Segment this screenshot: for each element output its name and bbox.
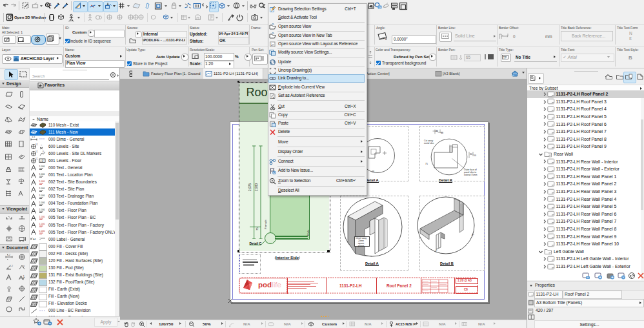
- svg-text:1: 1: [50, 3, 52, 6]
- svg-text:A: A: [273, 96, 275, 99]
- svg-text:1.000: 1.000: [39, 194, 45, 196]
- svg-text:50: 50: [474, 154, 476, 157]
- svg-text:1.000: 1.000: [39, 223, 45, 225]
- svg-text::: :: [532, 311, 533, 314]
- svg-text:1.2: 1.2: [7, 254, 10, 256]
- svg-text:+0: +0: [40, 159, 44, 163]
- svg-text:0: 0: [43, 150, 44, 153]
- svg-text:1.000: 1.000: [39, 165, 45, 168]
- svg-text:1.2: 1.2: [35, 150, 38, 153]
- svg-text:○: ○: [41, 143, 43, 147]
- svg-text:1.2: 1.2: [35, 143, 38, 146]
- svg-text:30: 30: [470, 153, 472, 156]
- svg-text:1.000: 1.000: [39, 172, 45, 175]
- svg-text:1.000: 1.000: [39, 215, 45, 218]
- svg-text:1.000: 1.000: [39, 230, 45, 232]
- svg-text:1.2: 1.2: [10, 265, 13, 267]
- svg-text:A1: A1: [33, 238, 37, 241]
- svg-text:TP: TP: [503, 56, 507, 59]
- svg-text:1.000: 1.000: [39, 179, 45, 182]
- svg-text:1.000: 1.000: [39, 208, 45, 210]
- svg-text:G: G: [379, 6, 381, 9]
- svg-text:Ln: Ln: [271, 43, 275, 46]
- svg-text:1.2: 1.2: [32, 136, 35, 139]
- svg-text:1.000: 1.000: [39, 187, 45, 189]
- svg-text:α: α: [385, 37, 387, 41]
- svg-text:1.000: 1.000: [39, 201, 45, 203]
- svg-text:60: 60: [441, 132, 443, 134]
- svg-text:1.2: 1.2: [35, 158, 38, 160]
- svg-text:α: α: [23, 265, 25, 267]
- svg-text:40: 40: [436, 130, 438, 132]
